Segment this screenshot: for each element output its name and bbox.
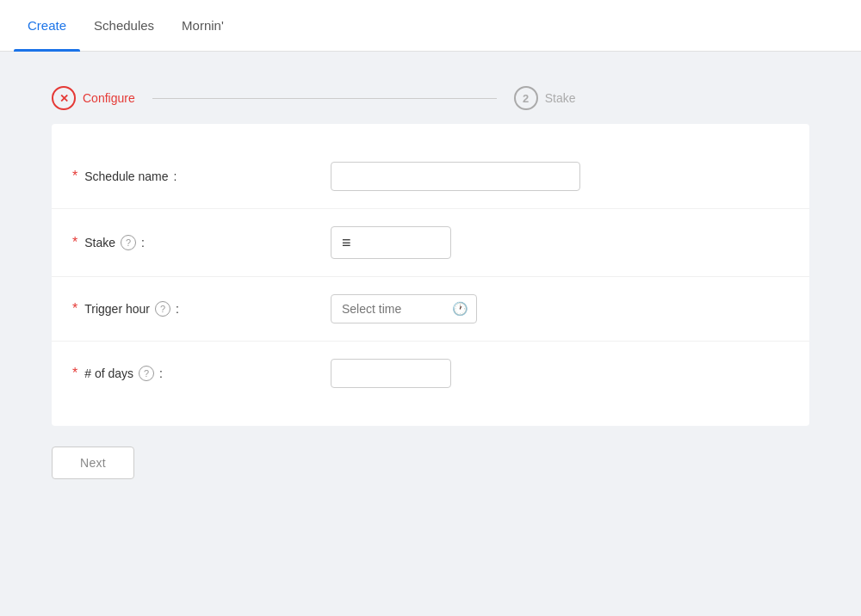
step-configure: ✕ Configure: [52, 86, 135, 110]
schedule-name-label-group: * Schedule name :: [72, 169, 331, 184]
button-row: Next: [0, 426, 861, 500]
step-stake: 2 Stake: [514, 86, 576, 110]
stake-select-wrapper: ≡: [331, 226, 451, 259]
step-configure-icon: ✕: [59, 92, 69, 105]
trigger-hour-colon: :: [176, 302, 179, 316]
num-days-help-icon[interactable]: ?: [139, 366, 154, 381]
trigger-hour-label-group: * Trigger hour ? :: [72, 301, 331, 317]
stake-label-text: Stake: [84, 236, 115, 249]
stake-colon: :: [141, 236, 145, 249]
top-nav: Create Schedules Mornin': [0, 0, 861, 52]
stake-select[interactable]: ≡: [331, 226, 451, 259]
schedule-name-label-text: Schedule name: [84, 169, 168, 183]
next-button-label: Next: [80, 456, 106, 470]
num-days-input[interactable]: [331, 359, 451, 388]
nav-create-label: Create: [28, 18, 66, 33]
main-content: ✕ Configure 2 Stake * Schedule name : *: [0, 52, 861, 616]
required-star-stake: *: [72, 235, 77, 250]
schedule-name-input[interactable]: [331, 162, 580, 191]
time-input-wrapper: 🕐: [331, 294, 477, 323]
stake-row: * Stake ? : ≡: [52, 209, 809, 277]
trigger-hour-label-text: Trigger hour: [84, 302, 150, 316]
required-star-schedule: *: [72, 169, 77, 184]
trigger-hour-row: * Trigger hour ? : 🕐: [52, 277, 809, 342]
step-stake-label: Stake: [545, 91, 576, 105]
required-star-days: *: [72, 366, 77, 381]
num-days-colon: :: [159, 367, 163, 380]
next-button[interactable]: Next: [52, 447, 134, 479]
num-days-row: * # of days ? :: [52, 342, 809, 405]
num-days-label-text: # of days: [84, 367, 133, 380]
stake-label-group: * Stake ? :: [72, 235, 331, 250]
step-configure-label: Configure: [83, 91, 135, 105]
schedule-name-colon: :: [174, 169, 177, 183]
num-days-label-group: * # of days ? :: [72, 366, 331, 381]
step-configure-circle: ✕: [52, 86, 76, 110]
nav-mornin-label: Mornin': [182, 18, 224, 33]
nav-schedules-label: Schedules: [94, 18, 154, 33]
form-card: * Schedule name : * Stake ? : ≡ *: [52, 124, 809, 426]
step-stake-number: 2: [523, 92, 529, 105]
trigger-hour-input[interactable]: [331, 294, 477, 323]
nav-create[interactable]: Create: [14, 0, 80, 52]
stake-help-icon[interactable]: ?: [121, 235, 136, 250]
nav-schedules[interactable]: Schedules: [80, 0, 168, 52]
trigger-hour-help-icon[interactable]: ?: [155, 301, 170, 317]
schedule-name-row: * Schedule name :: [52, 145, 809, 209]
step-stake-circle: 2: [514, 86, 538, 110]
steps-row: ✕ Configure 2 Stake: [0, 72, 861, 124]
nav-mornin[interactable]: Mornin': [168, 0, 238, 52]
step-divider: [152, 98, 497, 99]
required-star-trigger: *: [72, 301, 77, 317]
